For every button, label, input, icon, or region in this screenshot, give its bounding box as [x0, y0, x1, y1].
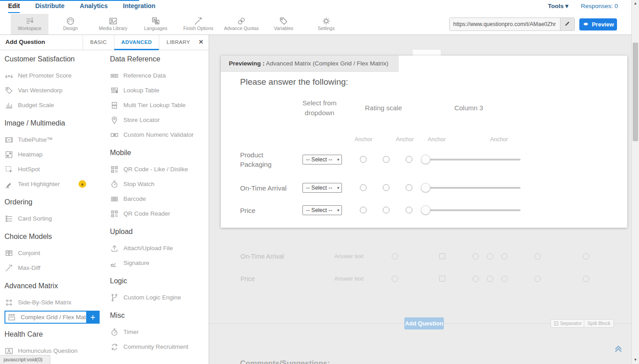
question-type-text-highlighter[interactable]: Text Highlighter๑: [4, 177, 107, 191]
question-type-qr-code-reader[interactable]: QR Code Reader: [110, 206, 208, 221]
add-question-button[interactable]: Add Question: [404, 317, 444, 329]
question-type-van-westendorp[interactable]: Van Westendorp: [4, 83, 107, 98]
nav-tab-edit[interactable]: Edit: [8, 0, 20, 13]
toolbar-button-workspace[interactable]: Workspace: [11, 14, 48, 35]
section-heading: Misc: [110, 312, 208, 320]
slider-track[interactable]: [422, 159, 521, 160]
question-type-hotspot[interactable]: HotSpot: [4, 162, 107, 177]
slider-handle[interactable]: [421, 183, 430, 192]
question-type-reference-data[interactable]: Reference Data: [110, 68, 208, 83]
preview-button[interactable]: Preview: [579, 18, 617, 30]
slider-track[interactable]: [422, 209, 521, 211]
bars-icon: [4, 101, 13, 110]
question-type-heatmap[interactable]: Heatmap: [4, 147, 107, 162]
answer-text-placeholder[interactable]: Answer text: [334, 253, 363, 260]
editor-checkbox[interactable]: [439, 253, 445, 259]
question-type-net-promoter-score[interactable]: Net Promoter Score: [4, 68, 107, 83]
survey-url-input[interactable]: [450, 18, 560, 30]
question-type-community-recruitment[interactable]: Community Recruitment: [110, 339, 208, 354]
question-type-max-diff[interactable]: Max-Diff: [4, 260, 107, 275]
rating-radio[interactable]: [383, 156, 390, 163]
editor-radio[interactable]: [583, 253, 589, 260]
slider-handle[interactable]: [421, 205, 430, 215]
editor-radio[interactable]: [487, 253, 493, 260]
row-select-dropdown[interactable]: -- Select --▾: [302, 183, 342, 193]
slider-track[interactable]: [422, 187, 521, 189]
rating-radio[interactable]: [360, 207, 367, 213]
question-type-tubepulse[interactable]: TubePulse™: [4, 132, 107, 147]
toolbar-button-media-library[interactable]: Media Library: [93, 14, 133, 35]
question-section: Advanced MatrixSide-By-Side MatrixComple…: [4, 282, 107, 324]
answer-text-placeholder[interactable]: Answer text: [334, 276, 363, 282]
responses-count[interactable]: Responses: 0: [581, 3, 618, 9]
rating-radio[interactable]: [383, 207, 390, 213]
scroll-down-arrow[interactable]: ▼: [632, 356, 639, 364]
nav-tab-distribute[interactable]: Distribute: [35, 0, 64, 12]
editor-radio[interactable]: [583, 276, 589, 282]
question-type-store-locator[interactable]: Store Locator: [110, 113, 208, 127]
question-type-signature[interactable]: Signature: [110, 256, 208, 270]
question-type-custom-numeric-validator[interactable]: Custom Numeric Validator: [110, 127, 208, 142]
tools-dropdown[interactable]: Tools ▾: [548, 3, 569, 9]
nav-tab-integration[interactable]: Integration: [123, 0, 155, 12]
row-select-dropdown[interactable]: -- Select --▾: [302, 205, 342, 215]
question-type-label: Max-Diff: [18, 264, 40, 271]
scrollbar-thumb[interactable]: [633, 43, 638, 141]
section-heading: Ordering: [4, 198, 107, 206]
rating-radio[interactable]: [406, 184, 412, 191]
toolbar-button-label: Settings: [306, 26, 346, 31]
editor-radio[interactable]: [501, 253, 508, 260]
toolbar-button-languages[interactable]: Languages: [136, 14, 176, 35]
add-selected-question-button[interactable]: [86, 311, 100, 324]
row-select-dropdown[interactable]: -- Select --▾: [302, 155, 342, 165]
editor-radio[interactable]: [501, 276, 508, 282]
question-type-timer[interactable]: Timer: [110, 325, 208, 339]
split-block-button[interactable]: Split Block: [584, 319, 614, 328]
question-type-label: Stop Watch: [123, 181, 154, 187]
main-content: Previewing : Advanced Matrix (Complex Gr…: [209, 35, 631, 364]
question-type-conjoint[interactable]: Conjoint: [4, 246, 107, 260]
editor-radio[interactable]: [534, 253, 541, 260]
question-type-card-sorting[interactable]: Card Sorting: [4, 211, 107, 226]
toolbar-button-settings[interactable]: Settings: [306, 14, 346, 35]
question-type-complex-grid-flex-matrix[interactable]: Complex Grid / Flex Matrix: [4, 311, 100, 324]
toolbar-button-design[interactable]: Design: [50, 14, 91, 35]
rating-radio[interactable]: [360, 156, 367, 163]
rating-radio[interactable]: [406, 156, 412, 163]
question-type-attach-upload-file[interactable]: Attach/Upload File: [110, 241, 208, 256]
question-type-label: Budget Scale: [18, 102, 54, 108]
toolbar-button-label: Workspace: [11, 26, 48, 31]
rating-radio[interactable]: [360, 184, 367, 191]
editor-radio[interactable]: [392, 276, 398, 282]
rating-radio[interactable]: [406, 207, 412, 213]
question-type-stop-watch[interactable]: Stop Watch: [110, 177, 208, 191]
editor-radio[interactable]: [392, 253, 398, 260]
tab-advanced[interactable]: ADVANCED: [114, 35, 159, 50]
question-type-budget-scale[interactable]: Budget Scale: [4, 98, 107, 113]
scroll-up-arrow[interactable]: ▲: [632, 0, 639, 7]
toolbar-button-advance-quotas[interactable]: Advance Quotas: [221, 14, 262, 35]
tab-basic[interactable]: BASIC: [83, 35, 114, 50]
question-type-qr-code-like-dislike[interactable]: QR Code - Like / Dislike: [110, 162, 208, 177]
tab-library[interactable]: LIBRARY: [159, 35, 197, 50]
close-icon[interactable]: ✕: [197, 38, 205, 46]
question-type-lookup-table[interactable]: Lookup Table: [110, 83, 208, 98]
editor-radio[interactable]: [473, 253, 479, 260]
edit-url-button[interactable]: [560, 18, 574, 30]
editor-checkbox[interactable]: [439, 276, 445, 282]
scroll-to-top-icon[interactable]: [613, 342, 624, 353]
question-type-multi-tier-lookup-table[interactable]: Multi Tier Lookup Table: [110, 98, 208, 113]
question-type-barcode[interactable]: Barcode: [110, 191, 208, 206]
nav-tab-analytics[interactable]: Analytics: [80, 0, 108, 12]
rating-radio[interactable]: [383, 184, 390, 191]
toolbar-button-variables[interactable]: Variables: [263, 14, 304, 35]
editor-radio[interactable]: [534, 276, 541, 282]
question-type-custom-logic-engine[interactable]: Custom Logic Engine: [110, 290, 208, 305]
slider-handle[interactable]: [421, 155, 430, 164]
editor-radio[interactable]: [487, 276, 493, 282]
question-type-side-by-side-matrix[interactable]: Side-By-Side Matrix: [4, 295, 107, 310]
toolbar-button-finish-options[interactable]: Finish Options: [178, 14, 219, 35]
vertical-scrollbar[interactable]: ▲ ▼: [631, 0, 639, 364]
editor-radio[interactable]: [473, 276, 479, 282]
separator-button[interactable]: ✓ Separator: [551, 319, 585, 328]
